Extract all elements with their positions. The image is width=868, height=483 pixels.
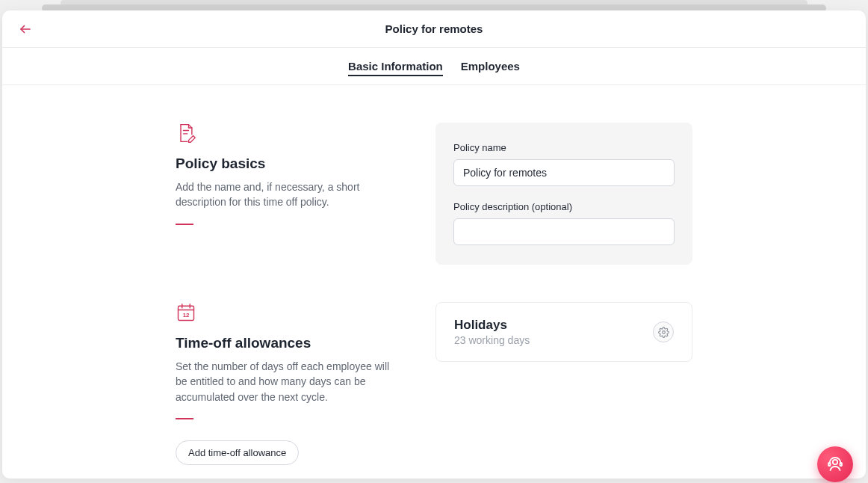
section-left: 12 Time-off allowances Set the number of… (176, 302, 403, 465)
policy-description-label: Policy description (optional) (453, 201, 675, 212)
accent-line (176, 224, 193, 225)
document-edit-icon (176, 123, 196, 144)
section-description: Add the name and, if necessary, a short … (176, 179, 403, 210)
svg-rect-11 (840, 463, 843, 466)
section-time-off-allowances: 12 Time-off allowances Set the number of… (176, 302, 692, 465)
allowance-settings-button[interactable] (653, 322, 674, 342)
svg-text:12: 12 (183, 312, 190, 319)
form-group-description: Policy description (optional) (453, 201, 675, 245)
svg-point-8 (662, 330, 665, 333)
form-group-name: Policy name (453, 142, 675, 186)
modal-header: Policy for remotes (2, 10, 866, 48)
content: Policy basics Add the name and, if neces… (2, 85, 866, 479)
policy-name-label: Policy name (453, 142, 675, 153)
add-time-off-allowance-button[interactable]: Add time-off allowance (176, 440, 299, 465)
person-headset-icon (826, 455, 844, 473)
allowance-info: Holidays 23 working days (454, 318, 530, 346)
tab-employees[interactable]: Employees (461, 49, 520, 83)
accent-line (176, 418, 193, 419)
tab-basic-information[interactable]: Basic Information (348, 49, 443, 83)
section-description: Set the number of days off each employee… (176, 359, 403, 404)
gear-icon (658, 327, 669, 338)
arrow-left-icon (19, 22, 32, 36)
svg-rect-10 (828, 463, 831, 466)
support-fab[interactable] (817, 446, 853, 482)
calendar-icon: 12 (176, 302, 196, 323)
modal-title: Policy for remotes (385, 22, 483, 35)
section-heading: Policy basics (176, 156, 403, 172)
section-left: Policy basics Add the name and, if neces… (176, 123, 403, 225)
tabs: Basic Information Employees (2, 48, 866, 85)
section-policy-basics: Policy basics Add the name and, if neces… (176, 123, 692, 265)
back-button[interactable] (17, 21, 34, 37)
form-card: Policy name Policy description (optional… (435, 123, 692, 265)
section-right: Holidays 23 working days (435, 302, 692, 362)
policy-name-input[interactable] (453, 159, 675, 186)
section-heading: Time-off allowances (176, 335, 403, 351)
svg-point-9 (833, 460, 837, 464)
allowance-subtitle: 23 working days (454, 334, 530, 346)
modal: Policy for remotes Basic Information Emp… (2, 10, 866, 479)
policy-description-input[interactable] (453, 218, 675, 245)
allowance-title: Holidays (454, 318, 530, 333)
allowance-card: Holidays 23 working days (435, 302, 692, 362)
section-right: Policy name Policy description (optional… (435, 123, 692, 265)
